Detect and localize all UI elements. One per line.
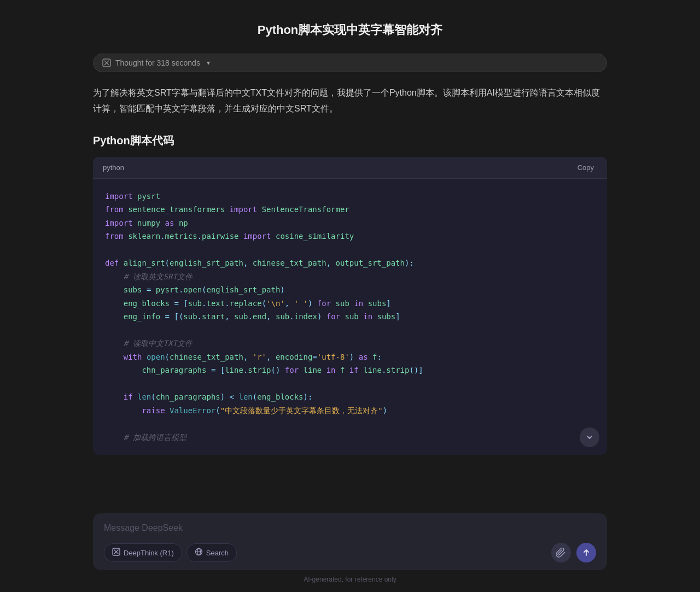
page-title: Python脚本实现中英字幕智能对齐 [93,22,607,38]
message-placeholder[interactable]: Message DeepSeek [104,523,596,533]
code-block-header: python Copy [93,157,607,179]
deepthink-icon [112,548,120,558]
thought-label: Thought for 318 seconds [115,58,200,67]
footer-notice: AI-generated, for reference only [93,570,607,592]
code-content: import pysrt from sentence_transformers … [93,179,607,455]
message-toolbar: DeepThink (R1) Search [104,543,596,562]
description-text: 为了解决将英文SRT字幕与翻译后的中文TXT文件对齐的问题，我提供了一个Pyth… [93,85,607,117]
copy-button[interactable]: Copy [574,162,597,173]
message-area: Message DeepSeek DeepThink (R1) [82,513,618,592]
toolbar-right [551,543,596,562]
globe-icon [195,548,203,558]
attach-button[interactable] [551,543,571,562]
code-block: python Copy import pysrt from sentence_t… [93,157,607,455]
message-input-box: Message DeepSeek DeepThink (R1) [93,513,607,570]
send-button[interactable] [576,543,596,562]
toolbar-left: DeepThink (R1) Search [104,543,237,562]
thought-badge[interactable]: Thought for 318 seconds ▾ [93,54,607,72]
search-button[interactable]: Search [186,543,237,562]
code-lang-label: python [103,163,124,172]
chevron-down-icon: ▾ [207,59,210,67]
scroll-down-button[interactable] [580,427,599,447]
search-label: Search [206,549,229,557]
deepthink-label: DeepThink (R1) [124,549,174,557]
deepthink-button[interactable]: DeepThink (R1) [104,543,182,562]
section-title: Python脚本代码 [93,133,607,148]
thought-icon [102,58,111,67]
